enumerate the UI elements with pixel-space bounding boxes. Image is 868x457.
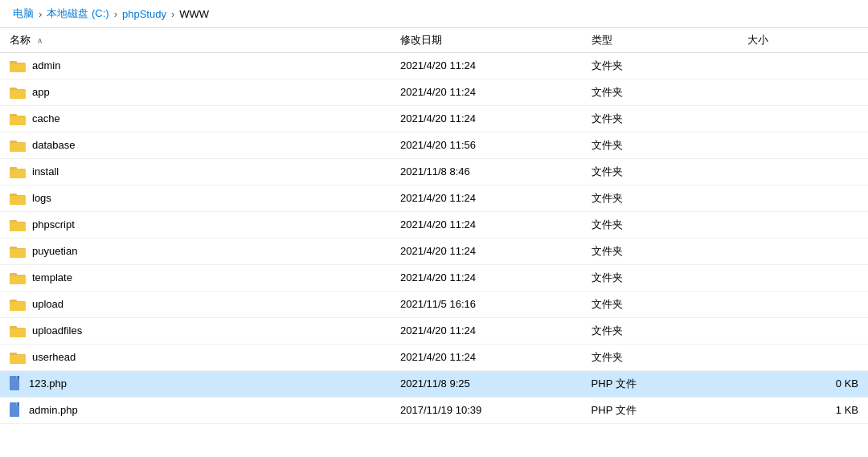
- svg-rect-35: [10, 355, 26, 364]
- cell-name-3: database: [0, 133, 391, 159]
- cell-date-8: 2021/4/20 11:24: [391, 265, 582, 292]
- cell-date-0: 2021/4/20 11:24: [391, 53, 582, 80]
- cell-name-8: template: [0, 265, 391, 292]
- table-row[interactable]: admin.php2017/11/19 10:39PHP 文件1 KB: [0, 398, 868, 424]
- folder-icon: [10, 86, 26, 99]
- cell-size-4: [738, 159, 868, 186]
- svg-rect-20: [10, 222, 26, 231]
- cell-size-6: [738, 212, 868, 239]
- file-name: app: [32, 84, 50, 101]
- cell-size-5: [738, 186, 868, 212]
- breadcrumb-pc[interactable]: 电脑: [13, 6, 34, 21]
- col-date[interactable]: 修改日期: [391, 28, 582, 53]
- cell-size-1: [738, 80, 868, 106]
- table-row[interactable]: cache2021/4/20 11:24文件夹: [0, 106, 868, 133]
- svg-rect-26: [10, 275, 26, 284]
- table-row[interactable]: userhead2021/4/20 11:24文件夹: [0, 345, 868, 371]
- file-name: database: [32, 137, 76, 154]
- file-name: userhead: [32, 349, 76, 366]
- cell-size-13: 1 KB: [738, 398, 868, 424]
- table-row[interactable]: install2021/11/8 8:46文件夹: [0, 159, 868, 186]
- table-row[interactable]: logs2021/4/20 11:24文件夹: [0, 186, 868, 212]
- col-name[interactable]: 名称 ∧: [0, 28, 391, 53]
- cell-type-0: 文件夹: [582, 53, 738, 80]
- file-name: cache: [32, 110, 60, 128]
- table-row[interactable]: 123.php2021/11/8 9:25PHP 文件0 KB: [0, 371, 868, 398]
- cell-date-3: 2021/4/20 11:56: [391, 133, 582, 159]
- cell-name-6: phpscript: [0, 212, 391, 239]
- folder-icon: [10, 271, 26, 284]
- table-row[interactable]: app2021/4/20 11:24文件夹: [0, 80, 868, 106]
- cell-type-12: PHP 文件: [582, 371, 738, 398]
- cell-type-2: 文件夹: [582, 106, 738, 133]
- cell-date-13: 2017/11/19 10:39: [391, 398, 582, 424]
- svg-rect-29: [10, 302, 26, 311]
- cell-type-1: 文件夹: [582, 80, 738, 106]
- table-row[interactable]: template2021/4/20 11:24文件夹: [0, 265, 868, 292]
- cell-name-10: uploadfiles: [0, 318, 391, 345]
- cell-type-13: PHP 文件: [582, 398, 738, 424]
- table-row[interactable]: uploadfiles2021/4/20 11:24文件夹: [0, 318, 868, 345]
- php-file-icon: [10, 376, 23, 392]
- cell-name-7: puyuetian: [0, 239, 391, 265]
- svg-rect-5: [10, 90, 26, 99]
- breadcrumb-sep-3: ›: [171, 8, 174, 20]
- file-name: install: [32, 163, 59, 181]
- file-name: phpscript: [32, 216, 75, 234]
- table-row[interactable]: phpscript2021/4/20 11:24文件夹: [0, 212, 868, 239]
- breadcrumb-sep-1: ›: [39, 8, 42, 20]
- svg-marker-37: [17, 376, 19, 379]
- breadcrumb-phpstudy[interactable]: phpStudy: [122, 8, 166, 20]
- folder-icon: [10, 59, 26, 72]
- cell-name-12: 123.php: [0, 371, 391, 398]
- cell-date-2: 2021/4/20 11:24: [391, 106, 582, 133]
- file-name: template: [32, 269, 72, 287]
- cell-date-9: 2021/11/5 16:16: [391, 292, 582, 318]
- cell-size-12: 0 KB: [738, 371, 868, 398]
- col-size[interactable]: 大小: [738, 28, 868, 53]
- svg-rect-32: [10, 328, 26, 337]
- table-row[interactable]: puyuetian2021/4/20 11:24文件夹: [0, 239, 868, 265]
- file-list-container: 名称 ∧ 修改日期 类型 大小 admin2021/4/20 11:24文件夹a…: [0, 28, 868, 453]
- cell-size-0: [738, 53, 868, 80]
- table-row[interactable]: admin2021/4/20 11:24文件夹: [0, 53, 868, 80]
- cell-date-1: 2021/4/20 11:24: [391, 80, 582, 106]
- cell-type-6: 文件夹: [582, 212, 738, 239]
- folder-icon: [10, 245, 26, 258]
- file-name: admin: [32, 57, 60, 75]
- svg-rect-14: [10, 169, 26, 178]
- cell-date-10: 2021/4/20 11:24: [391, 318, 582, 345]
- col-type[interactable]: 类型: [582, 28, 738, 53]
- svg-marker-40: [17, 402, 19, 406]
- cell-type-9: 文件夹: [582, 292, 738, 318]
- breadcrumb-c[interactable]: 本地磁盘 (C:): [47, 6, 108, 21]
- table-row[interactable]: upload2021/11/5 16:16文件夹: [0, 292, 868, 318]
- cell-size-10: [738, 318, 868, 345]
- folder-icon: [10, 139, 26, 152]
- file-name: uploadfiles: [32, 322, 82, 340]
- cell-date-6: 2021/4/20 11:24: [391, 212, 582, 239]
- folder-icon: [10, 165, 26, 178]
- cell-size-8: [738, 265, 868, 292]
- file-name: admin.php: [29, 402, 78, 419]
- file-name: logs: [32, 190, 51, 207]
- cell-type-11: 文件夹: [582, 345, 738, 371]
- cell-name-0: admin: [0, 53, 391, 80]
- cell-date-4: 2021/11/8 8:46: [391, 159, 582, 186]
- svg-rect-11: [10, 143, 26, 152]
- cell-type-5: 文件夹: [582, 186, 738, 212]
- folder-icon: [10, 351, 26, 364]
- cell-name-11: userhead: [0, 345, 391, 371]
- sort-arrow-icon: ∧: [37, 36, 43, 45]
- cell-name-5: logs: [0, 186, 391, 212]
- table-row[interactable]: database2021/4/20 11:56文件夹: [0, 133, 868, 159]
- breadcrumb-sep-2: ›: [114, 8, 117, 20]
- breadcrumb-www: WWW: [179, 8, 209, 20]
- file-name: upload: [32, 296, 63, 313]
- file-name: puyuetian: [32, 243, 77, 260]
- folder-icon: [10, 218, 26, 231]
- cell-type-3: 文件夹: [582, 133, 738, 159]
- cell-date-5: 2021/4/20 11:24: [391, 186, 582, 212]
- cell-type-7: 文件夹: [582, 239, 738, 265]
- cell-size-2: [738, 106, 868, 133]
